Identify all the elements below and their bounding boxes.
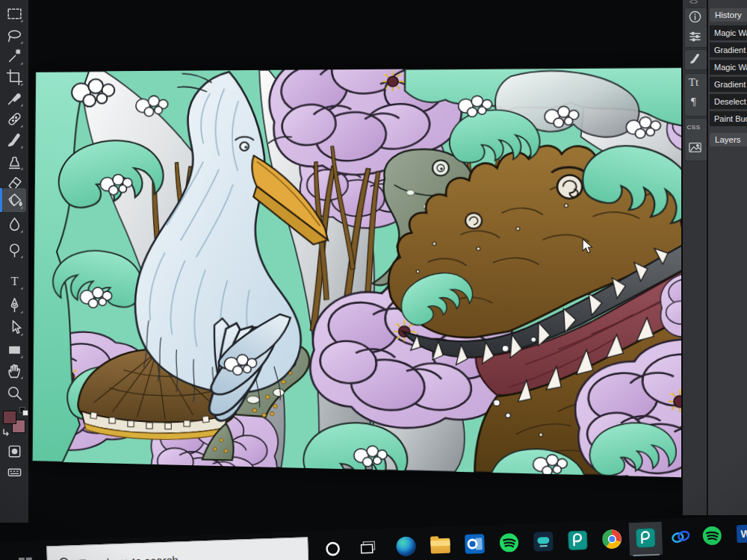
character-panel-icon[interactable]: Tt <box>683 76 704 89</box>
tool-zoom[interactable] <box>2 382 26 403</box>
spotify-icon-2[interactable] <box>702 526 722 546</box>
color-swatches[interactable] <box>2 407 28 438</box>
paint-bucket-icon <box>6 192 23 209</box>
healing-brush-icon <box>6 111 23 128</box>
marquee-icon <box>6 5 23 22</box>
pen-icon <box>6 296 23 314</box>
cortana-icon[interactable] <box>324 541 341 558</box>
search-placeholder: Type here to search <box>79 553 179 560</box>
history-entry[interactable]: Magic Wand <box>710 25 747 40</box>
tool-type[interactable]: T <box>2 270 26 291</box>
tool-brush[interactable] <box>2 129 26 150</box>
tool-path-selection[interactable] <box>2 317 26 337</box>
canvas-artwork[interactable] <box>32 67 729 479</box>
foreground-color-swatch[interactable] <box>3 411 16 424</box>
webex-icon[interactable] <box>671 526 691 547</box>
code-panel-glyph: <> <box>683 0 704 6</box>
screen-mode-button[interactable] <box>2 461 26 482</box>
eyedropper-icon <box>6 90 23 107</box>
crop-icon <box>6 69 23 86</box>
search-input[interactable]: Type here to search <box>46 537 309 560</box>
lasso-icon <box>6 27 23 44</box>
type-icon: T <box>6 273 23 290</box>
tool-hand[interactable] <box>2 360 26 381</box>
history-entry[interactable]: Paint Bucket <box>710 111 747 126</box>
mouse-cursor <box>582 239 594 257</box>
history-entry[interactable]: Gradient <box>710 77 747 92</box>
cloud-app-icon[interactable] <box>533 532 554 552</box>
adjustments-icon[interactable] <box>689 30 701 43</box>
paragraph-panel-icon[interactable]: ¶ <box>683 96 704 108</box>
right-panel: History Magic Wand Gradient Magic Wand G… <box>707 0 747 515</box>
history-entry[interactable]: Gradient <box>710 43 747 57</box>
dodge-icon <box>6 241 23 258</box>
tool-eyedropper[interactable] <box>2 87 26 108</box>
selected-tool-indicator <box>0 188 2 212</box>
search-icon <box>58 556 72 560</box>
keyboard-icon <box>7 464 22 480</box>
tool-rectangular-marquee[interactable] <box>2 3 26 24</box>
svg-text:T: T <box>10 273 18 287</box>
tool-dodge[interactable] <box>2 239 26 260</box>
tool-spot-healing-brush[interactable] <box>2 108 26 129</box>
tool-lasso[interactable] <box>2 25 26 46</box>
tool-clone-stamp[interactable] <box>2 151 26 172</box>
brush-icon <box>6 131 23 149</box>
magnifier-icon <box>6 385 23 402</box>
selection-arrow-icon <box>6 319 23 336</box>
tool-blur[interactable] <box>2 214 26 234</box>
magic-wand-icon <box>6 48 23 65</box>
layers-tab[interactable]: Layers <box>710 133 747 146</box>
outlook-icon[interactable] <box>465 534 485 554</box>
history-tab[interactable]: History <box>710 8 747 22</box>
clone-stamp-icon <box>6 153 23 170</box>
brush-settings-icon[interactable] <box>689 52 701 65</box>
history-entry[interactable]: Deselect <box>710 94 747 109</box>
photopea-icon[interactable] <box>568 530 588 550</box>
file-explorer-icon[interactable] <box>430 538 450 554</box>
panel-icon-rail: <> Tt ¶ CSS <box>681 0 708 515</box>
image-panel-icon[interactable] <box>689 142 701 153</box>
windows-taskbar: Type here to search W <box>0 515 747 560</box>
quick-mask-button[interactable] <box>2 441 26 461</box>
swap-colors-icon[interactable] <box>2 428 11 437</box>
task-view-icon[interactable] <box>360 541 376 555</box>
photopea-active-icon[interactable] <box>636 528 656 548</box>
tool-magic-wand[interactable] <box>2 46 26 66</box>
edge-icon[interactable] <box>396 536 416 556</box>
quick-mask-icon <box>7 444 22 459</box>
word-icon[interactable]: W <box>737 524 747 543</box>
css-panel-icon[interactable]: CSS <box>683 124 704 131</box>
history-entry[interactable]: Magic Wand <box>710 60 747 75</box>
tool-pen[interactable] <box>2 294 26 315</box>
chrome-icon[interactable] <box>602 529 622 550</box>
info-icon[interactable] <box>689 10 701 23</box>
illustration <box>32 67 729 479</box>
blur-drop-icon <box>6 216 23 233</box>
hand-icon <box>6 362 23 379</box>
tool-bar: T <box>0 0 28 523</box>
windows-start-icon[interactable] <box>19 557 33 560</box>
tool-paint-bucket[interactable] <box>2 188 26 212</box>
tool-crop[interactable] <box>2 66 26 87</box>
spotify-icon[interactable] <box>499 532 519 553</box>
tool-rectangle-shape[interactable] <box>2 339 26 360</box>
rectangle-icon <box>6 341 23 358</box>
